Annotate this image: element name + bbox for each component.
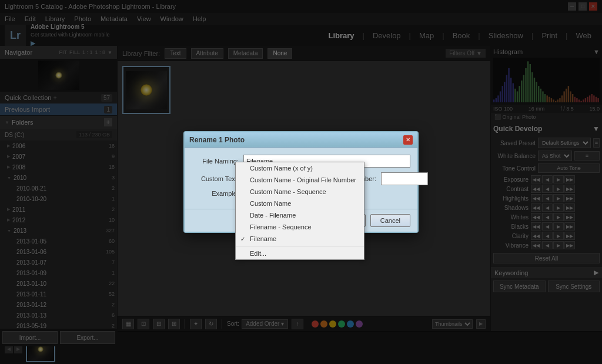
custom-text-label: Custom Text: [192,175,239,182]
dialog-close-button[interactable]: ✕ [403,135,413,145]
dropdown-custom-name-x-of-y[interactable]: Custom Name (x of y) [236,162,364,174]
cancel-button[interactable]: Cancel [370,214,410,227]
modal-container: Rename 1 Photo ✕ File Naming: Filename C… [183,131,419,233]
start-number-input[interactable] [381,172,428,185]
dropdown-custom-name[interactable]: Custom Name [236,198,364,209]
filename-dropdown-menu: Custom Name (x of y) Custom Name - Origi… [235,162,364,260]
example-label: Example: [192,190,239,197]
dropdown-edit[interactable]: Edit... [236,248,364,259]
dropdown-custom-name-sequence[interactable]: Custom Name - Sequence [236,186,364,198]
dropdown-filename-sequence[interactable]: Filename - Sequence [236,221,364,233]
dropdown-filename[interactable]: Filename [236,233,364,245]
dialog-title: Rename 1 Photo [189,136,245,144]
dropdown-date-filename[interactable]: Date - Filename [236,209,364,221]
modal-overlay: Rename 1 Photo ✕ File Naming: Filename C… [0,0,602,364]
file-naming-label: File Naming: [192,158,239,165]
dialog-header: Rename 1 Photo ✕ [185,132,417,148]
dropdown-custom-name-original[interactable]: Custom Name - Original File Number [236,174,364,186]
dropdown-separator [236,246,364,246]
